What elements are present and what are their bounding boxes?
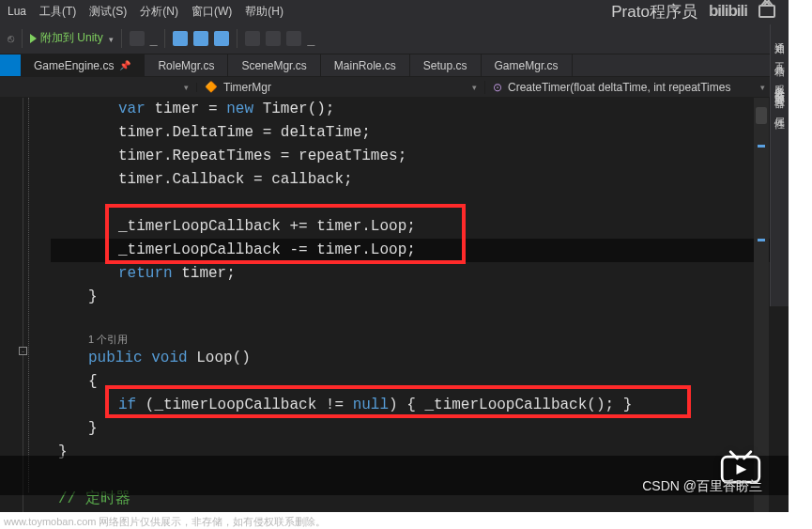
tab-gameengine[interactable]: GameEngine.cs 📌	[21, 54, 145, 76]
code-line: public void Loop()	[51, 347, 789, 370]
csdn-watermark: CSDN @百里香盼兰	[642, 478, 762, 495]
toolbar-icon-7[interactable]	[286, 31, 301, 46]
breadcrumb-bar: ▾ 🔶 TimerMgr ▾ ⊙ CreateTimer(float delta…	[0, 77, 789, 98]
vtab-server-explorer[interactable]: 服务器资源管理器	[773, 73, 787, 96]
toolbar-icon-6[interactable]	[266, 31, 281, 46]
method-icon: ⊙	[493, 81, 502, 94]
menu-lua[interactable]: Lua	[8, 5, 26, 18]
editor-area: - var timer = new Timer(); timer.DeltaTi…	[0, 98, 789, 512]
code-editor[interactable]: var timer = new Timer(); timer.DeltaTime…	[51, 98, 789, 512]
tab-setup[interactable]: Setup.cs	[410, 54, 482, 76]
code-line: timer.Callback = callback;	[51, 168, 789, 192]
code-line-current: _timerLoopCallback -= timer.Loop;	[51, 239, 789, 262]
tab-label: RoleMgr.cs	[158, 59, 214, 72]
class-name: TimerMgr	[223, 81, 271, 94]
scrollbar-thumb[interactable]	[756, 107, 767, 124]
tab-label: MainRole.cs	[334, 59, 396, 72]
breadcrumb-method[interactable]: ⊙ CreateTimer(float deltaTime, int repea…	[485, 81, 774, 94]
breadcrumb-empty[interactable]: ▾	[0, 83, 197, 92]
chevron-down-icon: ▾	[184, 83, 189, 92]
ide-window: Lua 工具(T) 测试(S) 分析(N) 窗口(W) 帮助(H) Prato程…	[0, 0, 789, 512]
class-icon: 🔶	[205, 81, 218, 93]
vtab-notifications[interactable]: 通知	[773, 30, 787, 41]
bilibili-logo: bilibili	[709, 2, 747, 21]
footer-note: www.toymoban.com 网络图片仅供展示，非存储，如有侵权联系删除。	[4, 515, 326, 529]
document-tabs: GameEngine.cs 📌 RoleMgr.cs SceneMgr.cs M…	[0, 54, 789, 77]
attach-label: 附加到 Unity	[40, 30, 103, 46]
menu-window[interactable]: 窗口(W)	[192, 4, 232, 20]
code-line: }	[51, 286, 789, 309]
pin-icon[interactable]: 📌	[119, 60, 130, 70]
active-tab-marker	[0, 54, 21, 76]
code-line: return timer;	[51, 262, 789, 286]
menu-tools[interactable]: 工具(T)	[39, 4, 76, 20]
menu-bar: Lua 工具(T) 测试(S) 分析(N) 窗口(W) 帮助(H) Prato程…	[0, 0, 789, 23]
tab-scenemgr[interactable]: SceneMgr.cs	[228, 54, 320, 76]
tab-rolemgr[interactable]: RoleMgr.cs	[145, 54, 228, 76]
tab-label: Setup.cs	[423, 59, 467, 72]
tab-label: GameEngine.cs	[34, 59, 114, 72]
toolbar-icon-5[interactable]	[245, 31, 260, 46]
right-tool-tabs: 通知 工具箱 服务器资源管理器 属性	[770, 24, 789, 306]
tab-mainrole[interactable]: MainRole.cs	[321, 54, 410, 76]
brand-area: Prato程序员 bilibili	[611, 0, 775, 23]
code-line: {	[51, 370, 789, 394]
code-line: }	[51, 417, 789, 441]
step-over-icon[interactable]	[193, 31, 208, 46]
tab-label: SceneMgr.cs	[241, 59, 306, 72]
svg-marker-3	[737, 464, 747, 475]
fold-toggle[interactable]: -	[19, 347, 27, 355]
tv-icon	[758, 5, 775, 18]
gutter: -	[0, 98, 51, 512]
menu-analyze[interactable]: 分析(N)	[140, 4, 178, 20]
toolbar: ⎋ 附加到 Unity _ _	[0, 23, 789, 54]
chevron-down-icon: ▾	[472, 83, 477, 92]
step-icon[interactable]	[173, 31, 188, 46]
codelens-refs[interactable]: 1 个引用	[51, 328, 789, 345]
code-line: timer.DeltaTime = deltaTime;	[51, 121, 789, 145]
menu-test[interactable]: 测试(S)	[89, 4, 127, 20]
code-line: _timerLoopCallback += timer.Loop;	[51, 215, 789, 239]
tab-gamemgr[interactable]: GameMgr.cs	[482, 54, 573, 76]
play-icon	[30, 34, 37, 43]
code-line: var timer = new Timer();	[51, 98, 789, 121]
toolbar-icon-1[interactable]	[130, 31, 145, 46]
breadcrumb-class[interactable]: 🔶 TimerMgr ▾	[197, 81, 485, 94]
code-line: if (_timerLoopCallback != null) { _timer…	[51, 394, 789, 417]
vtab-properties[interactable]: 属性	[773, 105, 787, 117]
method-sig: CreateTimer(float deltaTime, int repeatT…	[508, 81, 730, 94]
code-line: timer.RepeatTimes = repeatTimes;	[51, 145, 789, 168]
step-out-icon[interactable]	[214, 31, 229, 46]
tab-label: GameMgr.cs	[495, 59, 559, 72]
vtab-toolbox[interactable]: 工具箱	[773, 51, 787, 64]
menu-help[interactable]: 帮助(H)	[245, 4, 283, 20]
chevron-down-icon: ▾	[760, 83, 765, 92]
attach-to-unity-button[interactable]: 附加到 Unity	[30, 30, 114, 46]
brand-title: Prato程序员	[611, 1, 697, 23]
